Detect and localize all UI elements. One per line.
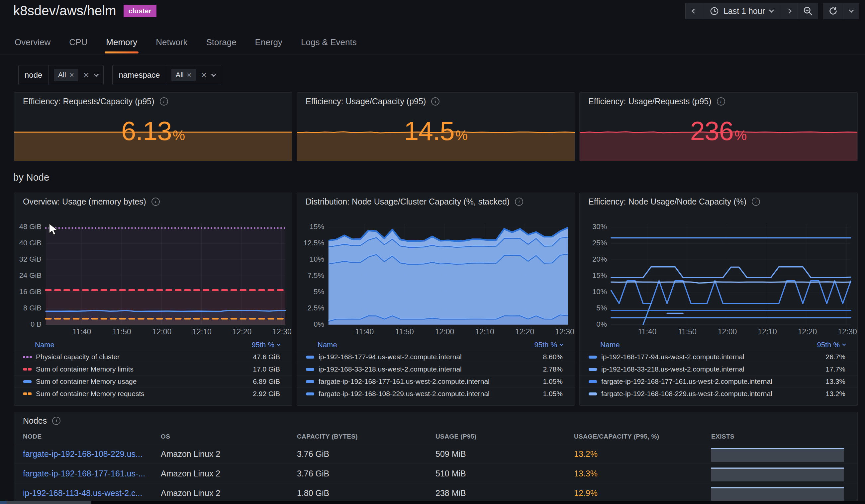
series-color-pill xyxy=(589,368,597,371)
tab-storage[interactable]: Storage xyxy=(205,32,238,56)
nodes-title[interactable]: Nodes xyxy=(23,416,47,426)
node-link[interactable]: fargate-ip-192-168-177-161.us-... xyxy=(23,469,145,478)
legend-row[interactable]: fargate-ip-192-168-108-229.us-west-2.com… xyxy=(297,387,575,400)
info-icon[interactable]: i xyxy=(717,97,725,106)
chart-svg xyxy=(297,207,575,339)
series-color-pill xyxy=(306,380,314,383)
legend-row[interactable]: ip-192-168-33-218.us-west-2.compute.inte… xyxy=(297,363,575,375)
legend-swatch xyxy=(23,380,32,383)
tab-cpu[interactable]: CPU xyxy=(68,32,89,56)
tab-label: Memory xyxy=(106,37,137,47)
chart-canvas[interactable]: 0%5%10%15%20%25%30%11:4011:5012:0012:101… xyxy=(580,207,857,339)
info-icon[interactable]: i xyxy=(752,198,760,206)
legend-row[interactable]: ip-192-168-33-218.us-west-2.compute.inte… xyxy=(580,363,857,375)
refresh-group xyxy=(823,3,859,19)
node-cell: fargate-ip-192-168-108-229.us... xyxy=(23,449,161,459)
legend-value: 1.05% xyxy=(543,377,563,386)
refresh-button[interactable] xyxy=(823,3,843,19)
legend-row[interactable]: fargate-ip-192-168-177-161.us-west-2.com… xyxy=(297,375,575,387)
legend-row[interactable]: ip-192-168-177-94.us-west-2.compute.inte… xyxy=(580,351,857,363)
legend-swatch xyxy=(305,380,314,383)
chip-remove-icon[interactable]: × xyxy=(69,71,74,79)
x-axis-label: 11:50 xyxy=(671,327,704,336)
column-header[interactable]: USAGE/CAPACITY (P95, %) xyxy=(574,433,711,440)
legend-row[interactable]: ip-192-168-177-94.us-west-2.compute.inte… xyxy=(297,351,575,363)
filter-chip[interactable]: All× xyxy=(171,69,195,81)
filter-chip[interactable]: All× xyxy=(54,69,78,81)
tab-energy[interactable]: Energy xyxy=(254,32,284,56)
legend-header: Name95th % xyxy=(14,339,292,351)
legend-row[interactable]: fargate-ip-192-168-108-229.us-west-2.com… xyxy=(580,387,857,400)
legend-row[interactable]: fargate-ip-192-168-177-161.us-west-2.com… xyxy=(580,375,857,387)
chart-title[interactable]: Distribution: Node Usage/Cluster Capacit… xyxy=(305,197,510,207)
node-link[interactable]: fargate-ip-192-168-108-229.us... xyxy=(23,449,142,458)
node-link[interactable]: ip-192-168-113-48.us-west-2.c... xyxy=(23,489,142,498)
legend-name: ip-192-168-33-218.us-west-2.compute.inte… xyxy=(319,365,539,373)
usage-cell: 510 MiB xyxy=(436,469,574,478)
filter-value[interactable]: All×× xyxy=(48,69,103,81)
chart-title[interactable]: Efficiency: Node Usage/Node Capacity (%) xyxy=(588,197,747,207)
legend-header-agg[interactable]: 95th % xyxy=(534,341,563,349)
node-cell: ip-192-168-113-48.us-west-2.c... xyxy=(23,489,161,498)
tab-overview[interactable]: Overview xyxy=(13,32,52,56)
stat-title[interactable]: Efficiency: Requests/Capacity (p95) xyxy=(23,97,154,106)
info-icon[interactable]: i xyxy=(431,97,439,106)
legend-name: Sum of container Memory usage xyxy=(36,377,249,386)
column-header[interactable]: EXISTS xyxy=(711,433,857,440)
horizontal-scrollbar[interactable] xyxy=(0,501,865,504)
table-header-row: NODEOSCAPACITY (BYTES)USAGE (P95)USAGE/C… xyxy=(14,429,857,444)
x-axis-label: 12:10 xyxy=(751,327,784,336)
time-range-picker[interactable]: Last 1 hour xyxy=(703,3,780,19)
filter-value[interactable]: All×× xyxy=(166,69,221,81)
chip-remove-icon[interactable]: × xyxy=(187,71,192,79)
exists-sparkline xyxy=(711,446,844,462)
legend-header-name[interactable]: Name xyxy=(318,341,337,349)
chart-canvas[interactable]: 0%2.5%5%7.5%10%12.5%15%11:4011:5012:0012… xyxy=(297,207,575,339)
column-header[interactable]: USAGE (P95) xyxy=(436,433,574,440)
zoom-out-button[interactable] xyxy=(798,3,818,19)
refresh-interval-dropdown[interactable] xyxy=(843,3,859,19)
stat-panel-1: Efficiency: Requests/Capacity (p95)i6.13… xyxy=(14,92,292,161)
tab-network[interactable]: Network xyxy=(154,32,189,56)
chart-panel-2: Distribution: Node Usage/Cluster Capacit… xyxy=(297,192,575,406)
usage-cell: 238 MiB xyxy=(436,489,574,498)
legend-header-name[interactable]: Name xyxy=(35,341,55,349)
refresh-icon xyxy=(829,6,838,15)
cluster-badge[interactable]: cluster xyxy=(124,5,157,17)
stat-value-wrap: 236% xyxy=(580,116,857,146)
column-header[interactable]: OS xyxy=(161,433,297,440)
scrollbar-thumb[interactable] xyxy=(7,501,91,504)
stat-title[interactable]: Efficiency: Usage/Capacity (p95) xyxy=(305,97,426,106)
legend-row[interactable]: Physical capacity of cluster47.6 GiB xyxy=(14,351,292,363)
tab-logs-events[interactable]: Logs & Events xyxy=(300,32,358,56)
y-axis-label: 10% xyxy=(580,288,607,296)
legend-row[interactable]: Sum of container Memory requests2.92 GiB xyxy=(14,387,292,400)
column-header[interactable]: CAPACITY (BYTES) xyxy=(297,433,436,440)
info-icon[interactable]: i xyxy=(515,198,523,206)
legend-header-name[interactable]: Name xyxy=(600,341,620,349)
legend-name: fargate-ip-192-168-108-229.us-west-2.com… xyxy=(319,390,539,398)
time-forward-button[interactable] xyxy=(780,3,798,19)
chevron-left-icon xyxy=(692,8,697,14)
stat-title[interactable]: Efficiency: Usage/Requests (p95) xyxy=(588,97,712,106)
filter-node: nodeAll×× xyxy=(18,65,104,85)
filter-clear-icon[interactable]: × xyxy=(201,71,207,79)
y-axis-label: 15% xyxy=(297,222,324,231)
tab-memory[interactable]: Memory xyxy=(105,32,139,56)
column-header[interactable]: NODE xyxy=(23,433,161,440)
chart-title[interactable]: Overview: Usage (memory bytes) xyxy=(23,197,146,207)
legend-header-agg[interactable]: 95th % xyxy=(252,341,280,349)
section-title: by Node xyxy=(13,172,49,183)
legend-row[interactable]: Sum of container Memory limits17.0 GiB xyxy=(14,363,292,375)
info-icon[interactable]: i xyxy=(151,198,160,206)
info-icon[interactable]: i xyxy=(52,417,60,425)
info-icon[interactable]: i xyxy=(160,97,168,106)
filter-clear-icon[interactable]: × xyxy=(83,71,89,79)
time-back-button[interactable] xyxy=(685,3,703,19)
legend-header-agg[interactable]: 95th % xyxy=(817,341,846,349)
x-axis-label: 12:10 xyxy=(185,327,219,336)
tab-label: Logs & Events xyxy=(301,37,357,47)
legend-row[interactable]: Sum of container Memory usage6.89 GiB xyxy=(14,375,292,387)
y-axis-label: 12.5% xyxy=(297,239,324,247)
legend-name: ip-192-168-177-94.us-west-2.compute.inte… xyxy=(601,353,821,361)
